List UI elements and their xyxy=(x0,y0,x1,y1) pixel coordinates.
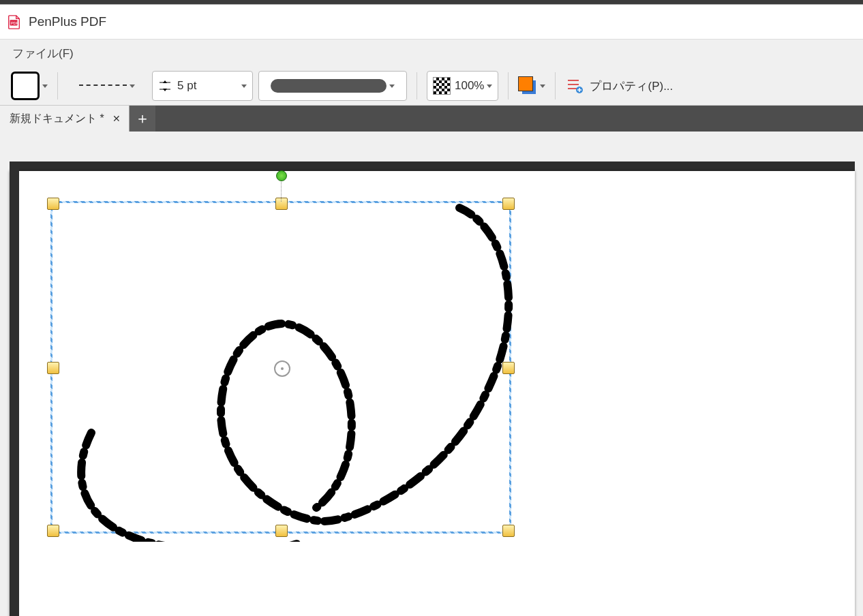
opacity-value: 100% xyxy=(455,79,484,93)
rectangle-shape-icon xyxy=(11,72,40,100)
menu-file[interactable]: ファイル(F) xyxy=(8,43,78,64)
add-tab-button[interactable]: ＋ xyxy=(130,106,155,132)
document-page[interactable] xyxy=(10,171,855,616)
line-weight-value: 5 pt xyxy=(177,79,196,93)
dashed-line-icon xyxy=(79,84,127,87)
toolbar-separator xyxy=(57,72,58,99)
properties-icon xyxy=(565,76,584,95)
opacity-checker-icon xyxy=(433,77,451,95)
opacity-dropdown[interactable]: 100% xyxy=(427,71,498,101)
chevron-down-icon xyxy=(487,84,492,88)
chevron-down-icon xyxy=(241,84,247,88)
chevron-down-icon xyxy=(42,84,48,88)
tab-label: 新規ドキュメント * xyxy=(10,112,104,126)
stroke-preview-icon xyxy=(271,79,387,93)
pdf-app-icon: PDF xyxy=(7,14,22,29)
app-window: PDF PenPlus PDF ファイル(F) 5 pt xyxy=(0,4,863,616)
ruler-top xyxy=(10,161,855,171)
properties-button[interactable]: プロパティ(P)... xyxy=(565,76,673,95)
fill-color-swatch xyxy=(518,76,537,95)
menubar: ファイル(F) xyxy=(0,40,863,67)
titlebar: PDF PenPlus PDF xyxy=(0,5,863,40)
line-style-dropdown[interactable] xyxy=(67,72,147,100)
ruler-left xyxy=(10,161,19,616)
line-weight-dropdown[interactable]: 5 pt xyxy=(152,71,253,101)
toolbar-separator xyxy=(508,72,509,99)
chevron-down-icon xyxy=(130,84,135,88)
chevron-down-icon xyxy=(540,84,545,88)
plus-icon: ＋ xyxy=(135,108,150,129)
toolbar-separator xyxy=(555,72,556,99)
color-picker-dropdown[interactable] xyxy=(518,76,545,95)
toolbar: 5 pt 100% xyxy=(0,67,863,106)
line-weight-icon xyxy=(158,79,172,93)
properties-label: プロパティ(P)... xyxy=(590,78,673,94)
toolbar-separator xyxy=(417,72,417,99)
chevron-down-icon xyxy=(389,84,395,88)
document-tab-active[interactable]: 新規ドキュメント * ✕ xyxy=(0,106,130,132)
shape-tool-dropdown[interactable] xyxy=(11,72,48,100)
stroke-cap-dropdown[interactable] xyxy=(258,71,407,101)
svg-text:PDF: PDF xyxy=(11,21,19,25)
canvas-area xyxy=(0,134,863,616)
tab-close-icon[interactable]: ✕ xyxy=(110,113,123,124)
tabbar: 新規ドキュメント * ✕ ＋ xyxy=(0,106,863,132)
app-title: PenPlus PDF xyxy=(29,14,106,29)
